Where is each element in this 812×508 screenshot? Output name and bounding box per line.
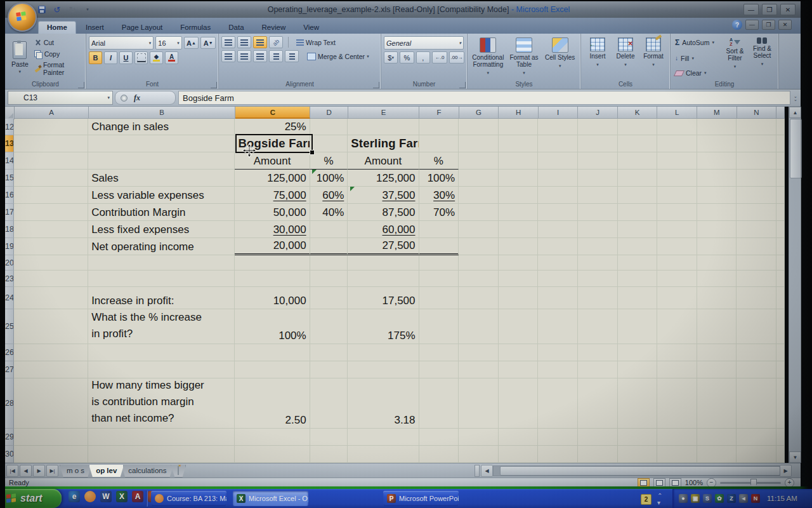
horizontal-scroll-thumb[interactable] [500, 466, 780, 476]
cell-C30[interactable] [235, 446, 310, 463]
increase-decimal-button[interactable]: ←.0 [432, 51, 447, 64]
taskbar-window-firefox[interactable]: Course: BA 213: Man... [151, 491, 226, 506]
cell-D26[interactable] [310, 344, 348, 361]
cell-J25[interactable] [578, 309, 618, 344]
workbook-minimize-button[interactable]: — [745, 20, 759, 30]
cell-L23[interactable] [657, 271, 697, 287]
firefox-icon[interactable] [84, 491, 96, 502]
column-header-G[interactable]: G [459, 107, 499, 119]
cell-A12[interactable] [14, 119, 88, 135]
underline-button[interactable]: U [119, 51, 133, 64]
column-header-L[interactable]: L [657, 107, 697, 119]
cell-F23[interactable] [419, 271, 459, 287]
cell-I29[interactable] [538, 429, 578, 446]
cell-K19[interactable] [618, 238, 658, 255]
cell-K29[interactable] [618, 429, 658, 446]
cell-G16[interactable] [459, 187, 499, 204]
cell-B24[interactable]: Increase in profit: [88, 287, 235, 309]
row-header-16[interactable]: 16 [5, 187, 14, 204]
cell-A28[interactable] [14, 378, 88, 429]
dialog-launcher-icon[interactable] [78, 82, 84, 88]
cell-B26[interactable] [88, 344, 235, 361]
scroll-left-button[interactable]: ◀ [481, 465, 493, 477]
cell-K13[interactable] [618, 135, 658, 152]
cell-E12[interactable] [348, 119, 419, 135]
cell-C24[interactable]: 10,000 [235, 287, 310, 309]
cell-K26[interactable] [618, 344, 658, 361]
volume-icon[interactable]: ◄ [739, 494, 748, 503]
cell-D18[interactable] [310, 221, 348, 238]
cell-K20[interactable] [618, 255, 658, 271]
first-sheet-button[interactable]: |◀ [6, 465, 18, 477]
cell-H20[interactable] [499, 255, 539, 271]
cell-J12[interactable] [578, 119, 618, 135]
increase-indent-button[interactable] [285, 50, 299, 62]
zone-icon[interactable]: Z [727, 494, 736, 503]
find-select-button[interactable]: Find & Select▾ [749, 36, 776, 79]
cell-H24[interactable] [499, 287, 539, 309]
cell-N27[interactable] [737, 361, 776, 378]
cell-A24[interactable] [14, 287, 88, 309]
prev-sheet-button[interactable]: ◀ [20, 465, 32, 477]
cell-J13[interactable] [578, 135, 618, 152]
workbook-restore-button[interactable]: ❐ [762, 20, 775, 30]
cell-M20[interactable] [697, 255, 737, 271]
column-header-M[interactable]: M [697, 107, 737, 119]
column-header-I[interactable]: I [539, 107, 579, 119]
cell-L12[interactable] [657, 119, 697, 135]
merge-center-button[interactable]: Merge & Center▾ [304, 52, 372, 61]
cell-C18[interactable]: 30,000 [235, 221, 310, 238]
cell-L28[interactable] [657, 378, 697, 429]
taskbar-window-excel[interactable]: XMicrosoft Excel - Ope... [233, 491, 308, 506]
cell-I26[interactable] [538, 344, 578, 361]
cell-B13[interactable] [88, 135, 235, 152]
cell-F17[interactable]: 70% [419, 204, 459, 221]
cell-I25[interactable] [538, 309, 578, 344]
cell-J29[interactable] [578, 429, 618, 446]
cell-H26[interactable] [499, 344, 539, 361]
cell-C20[interactable] [235, 255, 310, 271]
ie-icon[interactable]: e [69, 491, 80, 502]
cell-G20[interactable] [459, 255, 499, 271]
cell-A27[interactable] [14, 361, 88, 378]
fill-color-button[interactable]: ◆ [150, 51, 163, 64]
row-header-26[interactable]: 26 [5, 344, 14, 361]
cell-C25[interactable]: 100% [235, 309, 310, 344]
cell-M15[interactable] [697, 170, 737, 187]
cell-K17[interactable] [618, 204, 658, 221]
cell-G12[interactable] [459, 119, 499, 135]
cell-B19[interactable]: Net operating income [88, 238, 235, 255]
cell-L29[interactable] [657, 429, 697, 446]
notification-badge[interactable]: 2 [641, 494, 652, 505]
cell-G14[interactable] [459, 152, 499, 170]
column-header-A[interactable]: A [15, 107, 89, 119]
row-header-18[interactable]: 18 [5, 221, 14, 238]
cell-K25[interactable] [618, 309, 658, 344]
font-color-button[interactable]: A [165, 51, 178, 64]
cell-M24[interactable] [697, 287, 737, 309]
cell-E27[interactable] [348, 361, 419, 378]
cell-N26[interactable] [737, 344, 776, 361]
cell-M30[interactable] [697, 446, 737, 463]
cell-F18[interactable] [419, 221, 459, 238]
cell-L26[interactable] [657, 344, 697, 361]
column-header-E[interactable]: E [348, 107, 419, 119]
cell-K16[interactable] [618, 187, 658, 204]
cell-A17[interactable] [14, 204, 88, 221]
messenger-icon[interactable]: S [703, 494, 712, 503]
cell-H25[interactable] [499, 309, 539, 344]
cell-H13[interactable] [499, 135, 539, 152]
vertical-scrollbar[interactable]: ▲ ▼ [789, 107, 801, 463]
horizontal-scrollbar[interactable]: ◀ ▶ [475, 465, 792, 476]
row-header-17[interactable]: 17 [5, 204, 14, 221]
autosum-button[interactable]: ΣAutoSum▾ [673, 37, 716, 48]
cell-H15[interactable] [499, 170, 539, 187]
cell-M27[interactable] [697, 361, 737, 378]
cell-N12[interactable] [737, 119, 776, 135]
name-box[interactable]: C13 ▾ [8, 91, 113, 105]
taskbar-window-powerpoint[interactable]: PMicrosoft PowerPoint ... [383, 491, 459, 506]
cell-C28[interactable]: 2.50 [235, 378, 310, 429]
cell-G13[interactable] [459, 135, 499, 152]
row-header-19[interactable]: 19 [5, 238, 14, 255]
cell-D27[interactable] [310, 361, 348, 378]
